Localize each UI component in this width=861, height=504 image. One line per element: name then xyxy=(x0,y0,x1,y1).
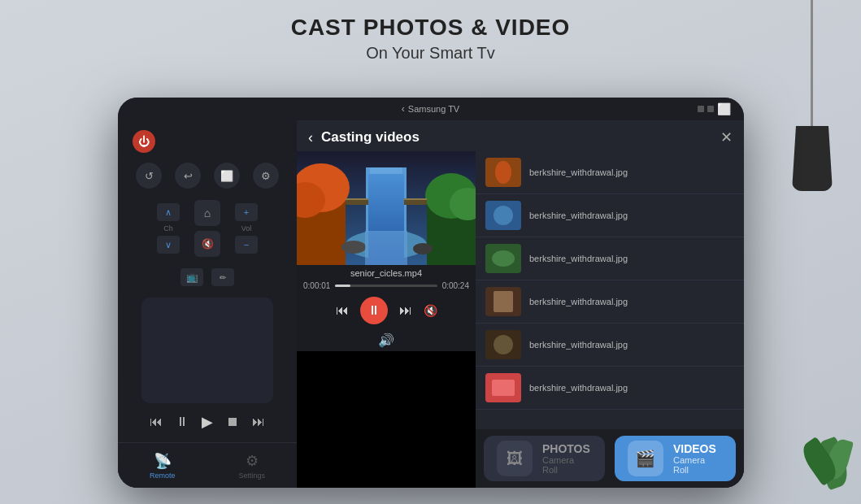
vol-up-icon: + xyxy=(244,207,249,217)
status-center: ‹ Samsung TV xyxy=(402,103,459,115)
status-dot-2 xyxy=(707,106,714,112)
home-button[interactable]: ⌂ xyxy=(194,200,220,226)
file-thumb-5 xyxy=(485,330,521,359)
progress-bar[interactable] xyxy=(335,285,437,287)
skip-forward-button[interactable]: ⏭ xyxy=(252,415,265,429)
playback-controls: ⏮ ⏸ ▶ ⏹ ⏭ xyxy=(150,413,265,431)
back-button[interactable]: ↩ xyxy=(175,163,201,189)
ch-up-button[interactable]: ∧ xyxy=(157,203,180,221)
ch-label: Ch xyxy=(163,224,173,232)
vc-next-button[interactable]: ⏭ xyxy=(399,303,412,318)
remote-panel: ⏻ ↺ ↩ ⬜ ⚙ ∧ Ch xyxy=(118,120,297,488)
tablet-frame: ‹ Samsung TV ⬜ ⏻ ↺ ↩ ⬜ ⚙ xyxy=(118,98,744,488)
vol-controls: + Vol − xyxy=(235,203,258,254)
list-item[interactable]: berkshire_withdrawal.jpg xyxy=(476,237,744,280)
play-button[interactable]: ▶ xyxy=(202,413,213,431)
videos-tab-label: VIDEOS xyxy=(673,442,723,455)
file-thumb-3 xyxy=(485,244,521,273)
file-name-3: berkshire_withdrawal.jpg xyxy=(529,254,628,263)
vc-volume-down-button[interactable]: 🔊 xyxy=(378,333,394,347)
export-icon[interactable]: ⬜ xyxy=(717,102,731,115)
list-item[interactable]: berkshire_withdrawal.jpg xyxy=(476,367,744,410)
hero-title: CAST PHOTOS & VIDEO xyxy=(0,15,861,41)
back-chevron[interactable]: ‹ xyxy=(402,103,405,115)
vol-up-button[interactable]: + xyxy=(235,203,258,221)
ch-up-icon: ∧ xyxy=(165,207,172,218)
videos-tab-icon: 🎬 xyxy=(628,441,663,476)
back-icon: ↩ xyxy=(184,170,193,182)
file-thumb-1 xyxy=(485,158,521,187)
vol-label: Vol xyxy=(241,224,252,232)
video-controls: ⏮ ⏸ ⏭ 🔇 xyxy=(297,292,476,329)
svg-point-17 xyxy=(494,206,513,225)
time-start: 0:00:01 xyxy=(303,281,330,290)
video-player: senior_cicles.mp4 0:00:01 0:00:24 ⏮ ⏸ ⏭ … xyxy=(297,151,476,488)
svg-rect-25 xyxy=(492,380,515,396)
modal-title: Casting videos xyxy=(321,129,712,146)
vol-down-icon: − xyxy=(244,240,249,250)
skip-back-button[interactable]: ⏮ xyxy=(150,415,163,429)
tv-mode-icon: 📺 xyxy=(186,272,198,283)
svg-rect-21 xyxy=(494,291,513,312)
refresh-button[interactable]: ↺ xyxy=(136,163,162,189)
videos-tab-text: VIDEOS Camera Roll xyxy=(673,442,723,475)
content-panel: ‹ Casting videos ✕ xyxy=(297,120,744,488)
vol-down-button[interactable]: − xyxy=(235,236,258,254)
vc-prev-button[interactable]: ⏮ xyxy=(336,303,349,318)
touchpad[interactable] xyxy=(141,298,273,403)
photos-tab-sublabel: Camera Roll xyxy=(542,455,592,475)
hero-text: CAST PHOTOS & VIDEO On Your Smart Tv xyxy=(0,15,861,63)
settings-nav-label: Settings xyxy=(238,471,265,480)
photos-icon: 🖼 xyxy=(507,450,523,468)
photos-tab-icon: 🖼 xyxy=(497,441,533,476)
svg-rect-8 xyxy=(370,167,402,241)
settings-button[interactable]: ⚙ xyxy=(253,163,279,189)
home-icon: ⌂ xyxy=(204,206,211,219)
list-item[interactable]: berkshire_withdrawal.jpg xyxy=(476,324,744,367)
photos-tab[interactable]: 🖼 PHOTOS Camera Roll xyxy=(484,436,605,481)
video-filename: senior_cicles.mp4 xyxy=(297,265,476,280)
center-dpad: ⌂ 🔇 xyxy=(194,200,220,257)
nav-remote[interactable]: 📡 Remote xyxy=(150,452,176,480)
video-timeline: 0:00:01 0:00:24 xyxy=(297,280,476,292)
list-item[interactable]: berkshire_withdrawal.jpg xyxy=(476,151,744,194)
status-dot-1 xyxy=(698,106,704,112)
mute-button[interactable]: 🔇 xyxy=(194,231,220,257)
refresh-icon: ↺ xyxy=(145,170,154,182)
stop-button[interactable]: ⏹ xyxy=(226,415,239,429)
status-right: ⬜ xyxy=(698,102,731,115)
file-thumb-4 xyxy=(485,287,521,316)
modal-header: ‹ Casting videos ✕ xyxy=(297,120,744,151)
remote-bottom-row: 📺 ✏ xyxy=(180,268,234,286)
modal-back-button[interactable]: ‹ xyxy=(308,129,313,146)
svg-point-11 xyxy=(413,243,433,254)
app-bottom-nav: 📡 Remote ⚙ Settings xyxy=(118,442,297,488)
ch-down-button[interactable]: ∨ xyxy=(157,236,180,254)
plant-decoration xyxy=(796,406,861,504)
file-name-6: berkshire_withdrawal.jpg xyxy=(529,383,628,393)
screen-button[interactable]: ⬜ xyxy=(214,163,240,189)
remote-icons-row: ↺ ↩ ⬜ ⚙ xyxy=(136,163,279,189)
vc-mute-button[interactable]: 🔇 xyxy=(424,304,437,317)
tv-mode-button[interactable]: 📺 xyxy=(180,268,203,286)
videos-icon: 🎬 xyxy=(635,449,655,468)
mute-icon: 🔇 xyxy=(202,238,214,250)
list-item[interactable]: berkshire_withdrawal.jpg xyxy=(476,194,744,237)
bottom-tabs: 🖼 PHOTOS Camera Roll 🎬 VIDEOS Camera Rol… xyxy=(476,429,744,488)
videos-tab[interactable]: 🎬 VIDEOS Camera Roll xyxy=(615,436,736,481)
power-button[interactable]: ⏻ xyxy=(133,130,155,153)
file-name-4: berkshire_withdrawal.jpg xyxy=(529,297,628,306)
svg-point-19 xyxy=(492,250,515,267)
svg-point-23 xyxy=(494,335,513,354)
video-thumb-svg xyxy=(297,151,476,265)
vc-pause-button[interactable]: ⏸ xyxy=(360,297,388,324)
pen-icon: ✏ xyxy=(220,273,226,282)
pause-button[interactable]: ⏸ xyxy=(176,415,189,429)
pen-button[interactable]: ✏ xyxy=(211,268,234,286)
hero-subtitle: On Your Smart Tv xyxy=(0,44,861,63)
list-item[interactable]: berkshire_withdrawal.jpg xyxy=(476,280,744,324)
settings-nav-icon: ⚙ xyxy=(246,452,259,470)
nav-settings[interactable]: ⚙ Settings xyxy=(238,452,265,480)
file-name-5: berkshire_withdrawal.jpg xyxy=(529,340,628,350)
modal-close-button[interactable]: ✕ xyxy=(720,128,733,146)
